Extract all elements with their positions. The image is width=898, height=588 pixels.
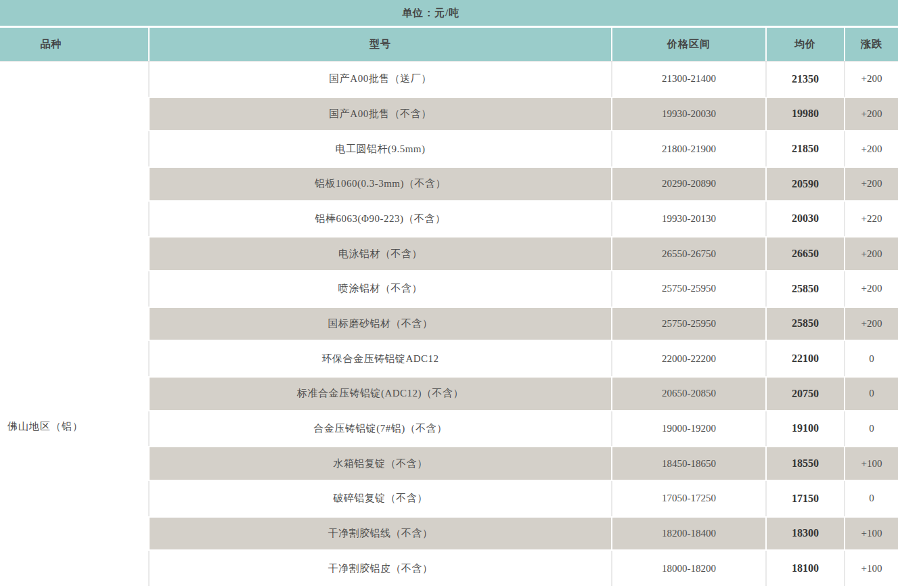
- region-label: 佛山地区（铝）: [7, 419, 83, 434]
- avg-price-cell: 26650: [765, 236, 844, 271]
- table-row: 国产A00批售（送厂） 21300-21400 21350 +200: [148, 62, 898, 97]
- avg-price-cell: 20750: [765, 376, 844, 411]
- price-range-cell: 20290-20890: [611, 166, 765, 202]
- price-range-cell: 19930-20030: [611, 97, 765, 132]
- column-header-change: 涨跌: [844, 28, 898, 61]
- price-range-cell: 22000-22200: [611, 341, 765, 376]
- price-range-cell: 19930-20130: [611, 202, 765, 237]
- model-cell: 环保合金压铸铝锭ADC12: [148, 341, 611, 376]
- price-range-cell: 21800-21900: [611, 131, 765, 166]
- model-cell: 国标磨砂铝材（不含）: [148, 307, 611, 342]
- change-cell: +200: [844, 131, 898, 166]
- change-cell: +100: [844, 551, 898, 586]
- unit-banner: 单位：元/吨: [0, 0, 898, 28]
- avg-price-cell: 20030: [765, 202, 844, 237]
- table-row: 国标磨砂铝材（不含） 25750-25950 25850 +200: [148, 307, 898, 342]
- column-header-model: 型号: [148, 28, 611, 61]
- table-row: 电泳铝材（不含） 26550-26750 26650 +200: [148, 236, 898, 271]
- unit-banner-label: 单位：元/吨: [402, 7, 459, 20]
- model-cell: 干净割胶铝线（不含）: [148, 516, 611, 551]
- avg-price-cell: 19100: [765, 411, 844, 447]
- table-row: 电工圆铝杆(9.5mm) 21800-21900 21850 +200: [148, 131, 898, 166]
- price-range-cell: 17050-17250: [611, 481, 765, 516]
- model-cell: 合金压铸铝锭(7#铝)（不含）: [148, 411, 611, 447]
- table-row: 喷涂铝材（不含） 25750-25950 25850 +200: [148, 271, 898, 307]
- price-range-cell: 26550-26750: [611, 236, 765, 271]
- avg-price-cell: 18300: [765, 516, 844, 551]
- avg-price-cell: 21350: [765, 62, 844, 97]
- model-cell: 电工圆铝杆(9.5mm): [148, 131, 611, 166]
- model-cell: 国产A00批售（送厂）: [148, 62, 611, 97]
- table-row: 铝棒6063(Φ90-223)（不含） 19930-20130 20030 +2…: [148, 202, 898, 237]
- price-range-cell: 18000-18200: [611, 551, 765, 586]
- table-row: 水箱铝复锭（不含） 18450-18650 18550 +100: [148, 446, 898, 481]
- column-header-price-range: 价格区间: [611, 28, 765, 61]
- price-range-cell: 18450-18650: [611, 446, 765, 481]
- avg-price-cell: 22100: [765, 341, 844, 376]
- avg-price-cell: 19980: [765, 97, 844, 132]
- model-cell: 标准合金压铸铝锭(ADC12)（不含）: [148, 376, 611, 411]
- table-row: 干净割胶铝线（不含） 18200-18400 18300 +100: [148, 516, 898, 551]
- table-body: 佛山地区（铝） 国产A00批售（送厂） 21300-21400 21350 +2…: [0, 62, 898, 586]
- model-cell: 破碎铝复锭（不含）: [148, 481, 611, 516]
- change-cell: 0: [844, 341, 898, 376]
- table-row: 环保合金压铸铝锭ADC12 22000-22200 22100 0: [148, 341, 898, 376]
- table-row: 破碎铝复锭（不含） 17050-17250 17150 0: [148, 481, 898, 516]
- avg-price-cell: 21850: [765, 131, 844, 166]
- price-range-cell: 20650-20850: [611, 376, 765, 411]
- model-cell: 铝棒6063(Φ90-223)（不含）: [148, 202, 611, 237]
- model-cell: 电泳铝材（不含）: [148, 236, 611, 271]
- model-cell: 喷涂铝材（不含）: [148, 271, 611, 307]
- model-cell: 水箱铝复锭（不含）: [148, 446, 611, 481]
- change-cell: +100: [844, 516, 898, 551]
- price-range-cell: 25750-25950: [611, 271, 765, 307]
- price-range-cell: 21300-21400: [611, 62, 765, 97]
- avg-price-cell: 17150: [765, 481, 844, 516]
- table-row: 铝板1060(0.3-3mm)（不含） 20290-20890 20590 +2…: [148, 166, 898, 202]
- change-cell: +200: [844, 62, 898, 97]
- change-cell: +100: [844, 446, 898, 481]
- model-cell: 铝板1060(0.3-3mm)（不含）: [148, 166, 611, 202]
- avg-price-cell: 18550: [765, 446, 844, 481]
- change-cell: +200: [844, 97, 898, 132]
- column-header-avg-price: 均价: [765, 28, 844, 61]
- table-header-row: 品种 型号 价格区间 均价 涨跌: [0, 28, 898, 62]
- price-table-page: 单位：元/吨 品种 型号 价格区间 均价 涨跌 佛山地区（铝） 国产A00批售（…: [0, 0, 898, 588]
- table-row: 国产A00批售（不含） 19930-20030 19980 +200: [148, 97, 898, 132]
- table-row: 干净割胶铝皮（不含） 18000-18200 18100 +100: [148, 551, 898, 586]
- change-cell: +200: [844, 307, 898, 342]
- change-cell: +200: [844, 236, 898, 271]
- price-range-cell: 19000-19200: [611, 411, 765, 447]
- avg-price-cell: 25850: [765, 307, 844, 342]
- change-cell: +200: [844, 166, 898, 202]
- avg-price-cell: 25850: [765, 271, 844, 307]
- price-range-cell: 18200-18400: [611, 516, 765, 551]
- avg-price-cell: 18100: [765, 551, 844, 586]
- change-cell: 0: [844, 411, 898, 447]
- change-cell: +220: [844, 202, 898, 237]
- table-row: 合金压铸铝锭(7#铝)（不含） 19000-19200 19100 0: [148, 411, 898, 447]
- avg-price-cell: 20590: [765, 166, 844, 202]
- model-cell: 国产A00批售（不含）: [148, 97, 611, 132]
- change-cell: 0: [844, 481, 898, 516]
- change-cell: +200: [844, 271, 898, 307]
- column-header-variety: 品种: [0, 28, 148, 61]
- price-range-cell: 25750-25950: [611, 307, 765, 342]
- change-cell: 0: [844, 376, 898, 411]
- table-row: 标准合金压铸铝锭(ADC12)（不含） 20650-20850 20750 0: [148, 376, 898, 411]
- table-rows: 国产A00批售（送厂） 21300-21400 21350 +200 国产A00…: [148, 62, 898, 586]
- model-cell: 干净割胶铝皮（不含）: [148, 551, 611, 586]
- region-cell: 佛山地区（铝）: [0, 62, 148, 586]
